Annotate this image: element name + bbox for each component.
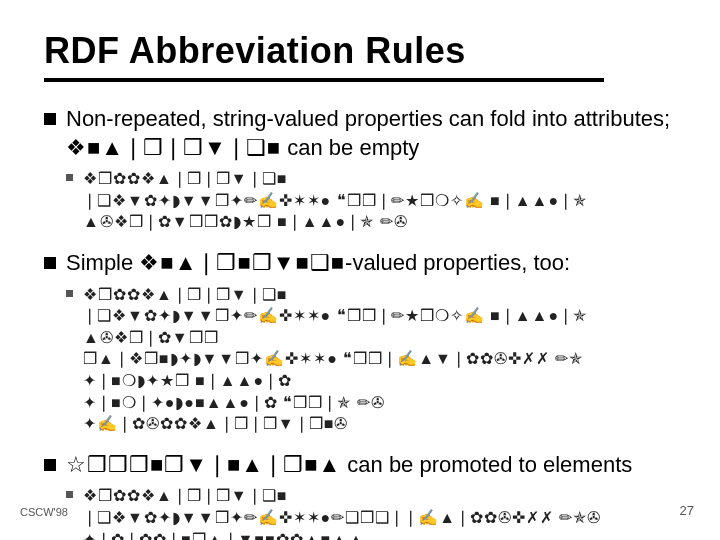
code-snippet: ❖❒✿✿❖▲❘❒❘❒▼❘❑■ ❘❑❖▼✿✦◗▼▼❒✦✏✍✜✶✶● ❝❒❒❘✏★❒… [83,284,587,435]
small-square-icon [66,491,73,498]
square-bullet-icon [44,113,56,125]
small-square-icon [66,174,73,181]
slide-content: Non-repeated, string-valued properties c… [44,105,684,540]
bullet-text: Simple ❖■▲❘❒■❒▼■❑■-valued properties, to… [66,249,570,278]
slide-number: 27 [680,503,694,518]
square-bullet-icon [44,459,56,471]
page-title: RDF Abbreviation Rules [44,30,466,72]
bullet-point: ☆❒❒❒■❒▼❘■▲❘❒■▲ can be promoted to elemen… [44,451,684,540]
small-square-icon [66,290,73,297]
square-bullet-icon [44,257,56,269]
footer-venue: CSCW'98 [20,506,68,518]
bullet-text: ☆❒❒❒■❒▼❘■▲❘❒■▲ can be promoted to elemen… [66,451,632,480]
bullet-point: Simple ❖■▲❘❒■❒▼■❑■-valued properties, to… [44,249,684,435]
code-snippet: ❖❒✿✿❖▲❘❒❘❒▼❘❑■ ❘❑❖▼✿✦◗▼▼❒✦✏✍✜✶✶● ❝❒❒❘✏★❒… [83,168,587,233]
code-snippet: ❖❒✿✿❖▲❘❒❘❒▼❘❑■ ❘❑❖▼✿✦◗▼▼❒✦✏✍✜✶✶●✏❑❒❑❘❘✍▲… [83,485,601,540]
bullet-text: Non-repeated, string-valued properties c… [66,105,684,162]
bullet-point: Non-repeated, string-valued properties c… [44,105,684,233]
